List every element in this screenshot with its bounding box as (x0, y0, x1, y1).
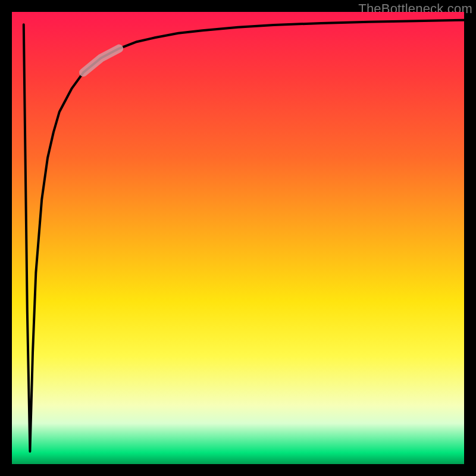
curve-layer (12, 12, 464, 464)
chart-frame: TheBottleneck.com (0, 0, 476, 476)
plot-area (12, 12, 464, 464)
bottleneck-curve (24, 20, 464, 452)
highlight-segment (83, 49, 119, 73)
